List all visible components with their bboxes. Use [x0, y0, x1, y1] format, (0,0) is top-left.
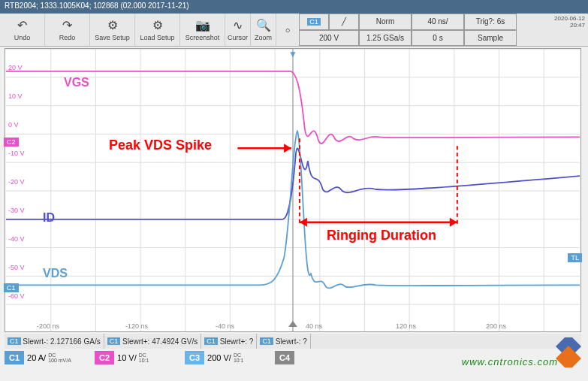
ch2-scale: 10 V/: [117, 353, 137, 362]
m-c1-4: C1: [260, 337, 273, 345]
zoom-label: Zoom: [255, 34, 272, 41]
title-bar: RTB2004; 1333.1005K04; 102868 (02.000 20…: [0, 0, 588, 14]
delay-cell[interactable]: 0 s: [412, 30, 464, 47]
undo-icon: ↶: [17, 18, 27, 32]
redo-icon: ↷: [62, 18, 72, 32]
watermark: www.cntronics.com: [462, 356, 558, 367]
timestamp: 2020-06-1220:47: [554, 15, 585, 29]
loadsetup-label: Load Setup: [140, 34, 174, 41]
ch2-box[interactable]: C210 V/DC10:1: [95, 349, 185, 367]
peak-vds-annotation: Peak VDS Spike: [109, 138, 212, 153]
ch1-box[interactable]: C120 A/DC100 mV/A: [5, 349, 95, 367]
load-setup-button[interactable]: ⚙Load Setup: [135, 14, 180, 46]
c1-badge: C1: [307, 18, 321, 26]
screenshot-label: Screenshot: [185, 34, 220, 41]
ch4-box[interactable]: C4: [275, 349, 365, 367]
slew3: Slewrt+: ?: [220, 337, 254, 346]
main-toolbar: ↶Undo ↷Redo ⚙Save Setup ⚙Load Setup 📷Scr…: [0, 14, 588, 47]
oscilloscope-grid[interactable]: ▼ C2 C1 TL VGS ID VDS Peak VDS Spike Rin…: [5, 48, 581, 332]
cursor-label: Cursor: [228, 34, 248, 41]
m-c1-2: C1: [107, 337, 121, 345]
camera-icon: 📷: [195, 18, 210, 32]
gear-in-icon: ⚙: [152, 18, 163, 32]
m-c1-1: C1: [8, 337, 21, 345]
c2-badge: C2: [4, 138, 19, 147]
wave-icon: ∿: [233, 18, 243, 32]
measurement-bar: C1 Slewrt-: 2.127166 GA/s C1 Slewrt+: 47…: [5, 334, 581, 349]
c1-badge-left: C1: [4, 283, 19, 292]
id-label: ID: [43, 211, 55, 225]
redo-button[interactable]: ↷Redo: [45, 14, 90, 46]
ch1-num: C1: [5, 351, 24, 364]
gear-out-icon: ⚙: [107, 18, 118, 32]
ringing-annotation: Ringing Duration: [327, 228, 436, 243]
screenshot-button[interactable]: 📷Screenshot: [180, 14, 225, 46]
rate-cell[interactable]: 1.25 GSa/s: [359, 30, 412, 47]
trig-cell[interactable]: Trig?: 6s: [464, 14, 517, 30]
undo-label: Undo: [14, 34, 31, 41]
trigger-marker-icon: ▼: [288, 49, 297, 59]
m-c1-3: C1: [204, 337, 218, 345]
rs-logo-icon: [553, 337, 583, 367]
scale-cell[interactable]: 200 V: [299, 30, 359, 47]
waveform-svg: [5, 49, 580, 331]
vgs-label: VGS: [64, 76, 89, 89]
ch2-num: C2: [95, 351, 114, 364]
timebase-cell[interactable]: 40 ns/: [412, 14, 464, 30]
ch3-num: C3: [185, 351, 204, 364]
ch3-box[interactable]: C3200 V/DC10:1: [185, 349, 275, 367]
zoom-button[interactable]: 🔍Zoom: [251, 14, 276, 46]
zoom-icon: 🔍: [256, 18, 271, 32]
ch3-scale: 200 V/: [207, 353, 231, 362]
slew1: Slewrt-: 2.127166 GA/s: [23, 337, 100, 346]
redo-label: Redo: [59, 34, 76, 41]
status-panel: C1 ╱ Norm 40 ns/ Trig?: 6s 200 V 1.25 GS…: [299, 14, 588, 46]
edge-icon: ╱: [329, 14, 359, 30]
undo-button[interactable]: ↶Undo: [0, 14, 45, 46]
vds-label: VDS: [43, 267, 68, 280]
ch1-scale: 20 A/: [27, 353, 46, 362]
cursor-button[interactable]: ∿Cursor: [225, 14, 251, 46]
acq-cell[interactable]: Sample: [464, 30, 517, 47]
slew2: Slewrt+: 47.4924 GV/s: [122, 337, 198, 346]
ch4-num: C4: [275, 351, 294, 364]
savesetup-label: Save Setup: [95, 34, 130, 41]
mode-cell[interactable]: Norm: [359, 14, 412, 30]
tl-badge: TL: [568, 253, 582, 262]
trigger-level[interactable]: ○: [276, 14, 299, 46]
slew4: Slewrt-: ?: [276, 337, 307, 346]
save-setup-button[interactable]: ⚙Save Setup: [90, 14, 135, 46]
